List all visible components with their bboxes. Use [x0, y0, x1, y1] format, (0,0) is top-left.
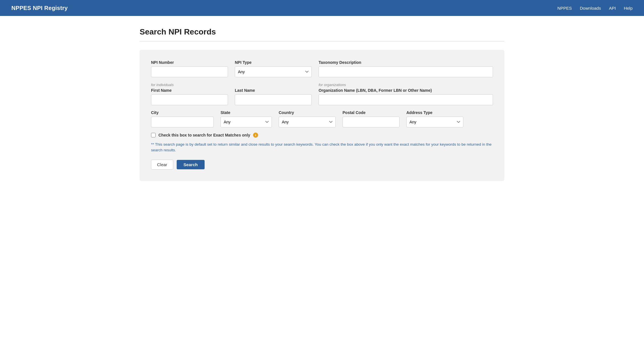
org-name-label: Organization Name (LBN, DBA, Former LBN … [319, 88, 493, 93]
city-input[interactable] [151, 117, 214, 127]
address-type-group: Address Type Any Mailing Practice [406, 110, 463, 127]
exact-match-checkbox[interactable] [151, 133, 156, 137]
title-divider [140, 41, 504, 41]
taxonomy-input[interactable] [319, 66, 493, 77]
country-group: Country Any United States [279, 110, 336, 127]
city-label: City [151, 110, 214, 115]
npi-type-group: NPI Type Any NPI-1 (Individual) NPI-2 (O… [235, 60, 312, 77]
last-name-group: Last Name [235, 88, 312, 105]
form-row-3: City State Any AL AK CA NY TX Country An… [151, 110, 493, 127]
search-form-container: NPI Number NPI Type Any NPI-1 (Individua… [140, 50, 504, 181]
address-type-label: Address Type [406, 110, 463, 115]
last-name-input[interactable] [235, 94, 312, 105]
form-row-2: First Name Last Name Organization Name (… [151, 88, 493, 105]
app-header: NPPES NPI Registry NPPES Downloads API H… [0, 0, 644, 16]
country-select[interactable]: Any United States [279, 117, 336, 127]
npi-type-label: NPI Type [235, 60, 312, 65]
postal-code-input[interactable] [343, 117, 400, 127]
type-spacer [235, 82, 312, 87]
individuals-section-label: for individuals [151, 83, 174, 87]
npi-type-select[interactable]: Any NPI-1 (Individual) NPI-2 (Organizati… [235, 66, 312, 77]
last-name-label: Last Name [235, 88, 312, 93]
npi-number-input[interactable] [151, 66, 228, 77]
main-content: Search NPI Records NPI Number NPI Type A… [123, 16, 521, 192]
section-labels-row: for individuals for organizations [151, 82, 493, 87]
org-name-input[interactable] [319, 94, 493, 105]
info-icon[interactable]: i [253, 133, 258, 138]
clear-button[interactable]: Clear [151, 160, 173, 170]
individuals-section-label-spacer: for individuals [151, 82, 228, 87]
npi-number-label: NPI Number [151, 60, 228, 65]
org-name-group: Organization Name (LBN, DBA, Former LBN … [319, 88, 493, 105]
state-label: State [221, 110, 272, 115]
first-name-input[interactable] [151, 94, 228, 105]
buttons-row: Clear Search [151, 160, 493, 170]
nav-help[interactable]: Help [624, 6, 633, 11]
nav-downloads[interactable]: Downloads [580, 6, 601, 11]
taxonomy-group: Taxonomy Description [319, 60, 493, 77]
exact-match-label[interactable]: Check this box to search for Exact Match… [158, 133, 250, 137]
postal-code-group: Postal Code [343, 110, 400, 127]
exact-match-row: Check this box to search for Exact Match… [151, 133, 493, 138]
address-type-select[interactable]: Any Mailing Practice [406, 117, 463, 127]
npi-number-group: NPI Number [151, 60, 228, 77]
organizations-section-label: for organizations [319, 83, 346, 87]
app-title: NPPES NPI Registry [11, 5, 68, 11]
state-group: State Any AL AK CA NY TX [221, 110, 272, 127]
state-select[interactable]: Any AL AK CA NY TX [221, 117, 272, 127]
first-name-group: First Name [151, 88, 228, 105]
city-group: City [151, 110, 214, 127]
nav-nppes[interactable]: NPPES [557, 6, 572, 11]
nav-api[interactable]: API [609, 6, 616, 11]
form-row-1: NPI Number NPI Type Any NPI-1 (Individua… [151, 60, 493, 77]
search-button[interactable]: Search [177, 160, 205, 169]
info-text: ** This search page is by default set to… [151, 142, 493, 153]
postal-code-label: Postal Code [343, 110, 400, 115]
page-title: Search NPI Records [140, 27, 504, 36]
taxonomy-label: Taxonomy Description [319, 60, 493, 65]
country-label: Country [279, 110, 336, 115]
main-nav: NPPES Downloads API Help [557, 6, 633, 11]
first-name-label: First Name [151, 88, 228, 93]
organizations-section-label-block: for organizations [319, 82, 493, 87]
